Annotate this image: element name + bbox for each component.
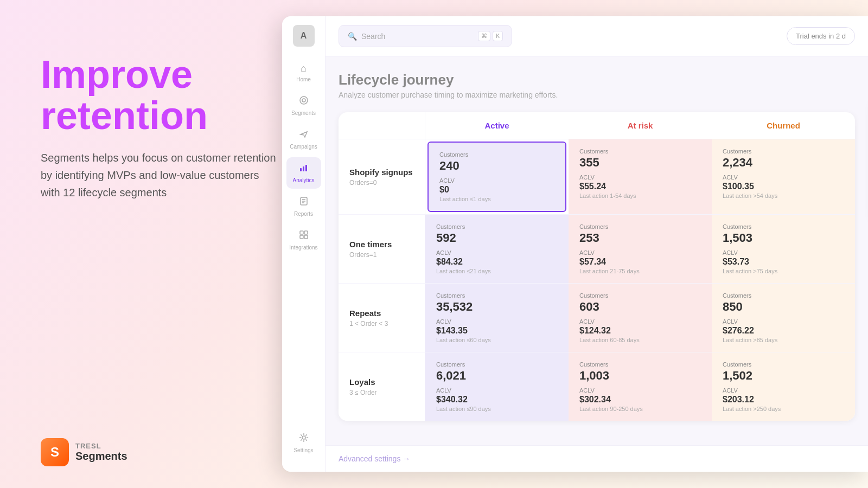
sidebar-item-segments[interactable]: Segments	[286, 90, 321, 121]
header-active: Active	[425, 112, 569, 139]
row-desc: Orders=0	[349, 179, 414, 187]
content-area: Lifecycle journey Analyze customer purch…	[326, 56, 868, 445]
logo-company: TRESL	[75, 442, 127, 450]
advanced-settings-link[interactable]: Advanced settings →	[326, 445, 868, 472]
row-label-loyals: Loyals 3 ≤ Order	[339, 352, 425, 421]
table-row: Loyals 3 ≤ Order Customers 6,021 ACLV $3…	[339, 352, 855, 421]
cell-repeats-churned[interactable]: Customers 850 ACLV $276.22 Last action >…	[712, 284, 855, 352]
svg-rect-2	[300, 168, 302, 171]
sidebar-item-reports[interactable]: Reports	[286, 191, 321, 222]
logo-text: TRESL Segments	[75, 442, 127, 463]
header-churned: Churned	[712, 112, 855, 139]
search-shortcuts: ⌘ K	[478, 31, 503, 41]
table-header: Active At risk Churned	[339, 112, 855, 139]
svg-rect-4	[305, 165, 307, 171]
search-icon: 🔍	[348, 32, 357, 41]
header-at-risk: At risk	[569, 112, 712, 139]
cell-shopify-at-risk[interactable]: Customers 355 ACLV $55.24 Last action 1-…	[569, 139, 712, 214]
reports-icon	[299, 196, 309, 209]
home-icon: ⌂	[301, 63, 307, 74]
logo-product: Segments	[75, 450, 127, 463]
svg-point-1	[302, 99, 305, 102]
user-avatar[interactable]: A	[293, 25, 315, 47]
sidebar-item-integrations[interactable]: Integrations	[286, 224, 321, 256]
row-label-shopify: Shopify signups Orders=0	[339, 139, 425, 214]
integrations-icon	[299, 230, 309, 242]
cell-onetimers-active[interactable]: Customers 592 ACLV $84.32 Last action ≤2…	[425, 215, 569, 283]
cell-onetimers-at-risk[interactable]: Customers 253 ACLV $57.34 Last action 21…	[569, 215, 712, 283]
cell-shopify-churned[interactable]: Customers 2,234 ACLV $100.35 Last action…	[712, 139, 855, 214]
row-label-onetimers: One timers Orders=1	[339, 215, 425, 283]
campaigns-icon	[299, 129, 309, 142]
cell-loyals-churned[interactable]: Customers 1,502 ACLV $203.12 Last action…	[712, 352, 855, 421]
cell-loyals-at-risk[interactable]: Customers 1,003 ACLV $302.34 Last action…	[569, 352, 712, 421]
svg-point-13	[302, 436, 305, 439]
analytics-icon	[299, 163, 309, 175]
hero-title: Improve retention	[41, 54, 279, 136]
svg-rect-9	[300, 231, 303, 234]
hero-section: Improve retention Segments helps you foc…	[41, 54, 279, 201]
row-label-repeats: Repeats 1 < Order < 3	[339, 284, 425, 352]
hero-subtitle: Segments helps you focus on customer ret…	[41, 149, 279, 201]
settings-icon	[299, 433, 309, 445]
main-content: 🔍 Search ⌘ K Trial ends in 2 d Lifecycle…	[326, 16, 868, 472]
sidebar-item-home[interactable]: ⌂ Home	[286, 57, 321, 88]
search-box[interactable]: 🔍 Search ⌘ K	[339, 25, 512, 47]
table-row: One timers Orders=1 Customers 592 ACLV $…	[339, 215, 855, 284]
cmd-key: ⌘	[478, 31, 490, 41]
cell-shopify-active[interactable]: Customers 240 ACLV $0 Last action ≤1 day…	[427, 142, 566, 212]
table-row: Repeats 1 < Order < 3 Customers 35,532 A…	[339, 284, 855, 352]
trial-badge: Trial ends in 2 d	[787, 27, 855, 45]
cell-onetimers-churned[interactable]: Customers 1,503 ACLV $53.73 Last action …	[712, 215, 855, 283]
k-key: K	[493, 31, 503, 41]
svg-rect-11	[300, 235, 303, 239]
svg-rect-12	[304, 235, 308, 239]
sidebar-item-settings[interactable]: Settings	[286, 427, 321, 459]
table-row: Shopify signups Orders=0 Customers 240 A…	[339, 139, 855, 215]
lifecycle-table: Active At risk Churned Shopify signups O…	[339, 112, 855, 421]
cell-repeats-at-risk[interactable]: Customers 603 ACLV $124.32 Last action 6…	[569, 284, 712, 352]
sidebar: A ⌂ Home Segments Campaigns Analytics	[282, 16, 326, 472]
svg-rect-3	[303, 166, 304, 171]
logo-icon: S	[41, 438, 69, 466]
page-subtitle: Analyze customer purchase timing to maxi…	[339, 91, 855, 99]
sidebar-item-campaigns[interactable]: Campaigns	[286, 124, 321, 155]
app-window: A ⌂ Home Segments Campaigns Analytics	[282, 16, 868, 472]
svg-point-0	[300, 97, 308, 104]
segments-icon	[299, 95, 309, 108]
cell-loyals-active[interactable]: Customers 6,021 ACLV $340.32 Last action…	[425, 352, 569, 421]
top-bar: 🔍 Search ⌘ K Trial ends in 2 d	[326, 16, 868, 56]
sidebar-item-analytics[interactable]: Analytics	[286, 157, 321, 189]
page-title: Lifecycle journey	[339, 72, 855, 88]
cell-repeats-active[interactable]: Customers 35,532 ACLV $143.35 Last actio…	[425, 284, 569, 352]
svg-rect-10	[304, 231, 308, 234]
header-empty	[339, 112, 425, 139]
row-name: Shopify signups	[349, 168, 414, 177]
logo-section: S TRESL Segments	[41, 438, 127, 466]
